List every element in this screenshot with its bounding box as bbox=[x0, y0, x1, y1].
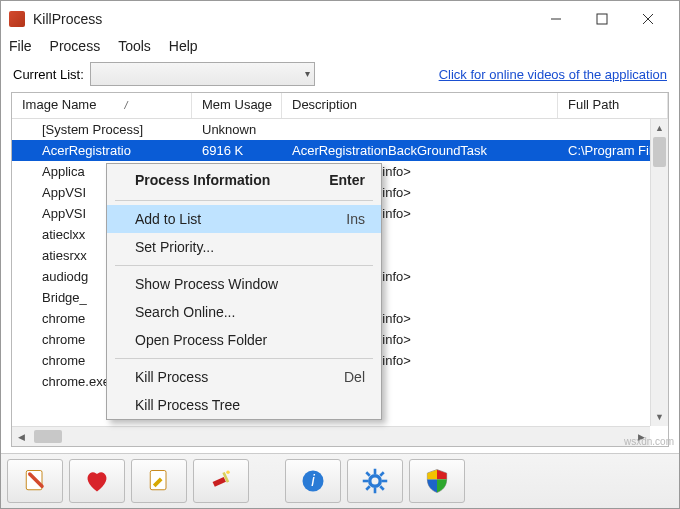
context-menu-item[interactable]: Kill Process Tree bbox=[107, 391, 381, 419]
svg-line-17 bbox=[380, 486, 384, 490]
svg-line-18 bbox=[380, 472, 384, 476]
sort-indicator: / bbox=[124, 99, 127, 111]
tool-kill-button[interactable] bbox=[193, 459, 249, 503]
current-list-label: Current List: bbox=[13, 67, 84, 82]
cell-desc: AcerRegistrationBackGroundTask bbox=[282, 143, 558, 158]
cell-image: AcerRegistratio bbox=[12, 143, 192, 158]
current-list-combo[interactable]: ▾ bbox=[90, 62, 315, 86]
maximize-button[interactable] bbox=[579, 4, 625, 34]
context-menu-item[interactable]: Open Process Folder bbox=[107, 326, 381, 354]
scroll-up-arrow-icon[interactable]: ▲ bbox=[651, 119, 668, 137]
tool-edit-button[interactable] bbox=[131, 459, 187, 503]
col-header-mem[interactable]: Mem Usage bbox=[192, 93, 282, 118]
toolbar: i bbox=[1, 453, 679, 508]
svg-point-11 bbox=[370, 476, 381, 487]
cm-item-label: Set Priority... bbox=[135, 239, 214, 255]
tool-favorite-button[interactable] bbox=[69, 459, 125, 503]
context-menu-item[interactable]: Show Process Window bbox=[107, 270, 381, 298]
svg-rect-1 bbox=[597, 14, 607, 24]
online-videos-link[interactable]: Click for online videos of the applicati… bbox=[439, 67, 667, 82]
close-button[interactable] bbox=[625, 4, 671, 34]
cm-item-label: Show Process Window bbox=[135, 276, 278, 292]
scroll-thumb[interactable] bbox=[653, 137, 666, 167]
menubar: FileProcessToolsHelp bbox=[1, 36, 679, 56]
scroll-down-arrow-icon[interactable]: ▼ bbox=[651, 408, 668, 426]
svg-line-19 bbox=[366, 486, 370, 490]
vertical-scrollbar[interactable]: ▲ ▼ bbox=[650, 119, 668, 426]
tool-note-button[interactable] bbox=[7, 459, 63, 503]
menu-help[interactable]: Help bbox=[169, 38, 198, 54]
scroll-left-arrow-icon[interactable]: ◀ bbox=[12, 432, 30, 442]
svg-text:i: i bbox=[311, 472, 315, 489]
cm-item-shortcut: Ins bbox=[346, 211, 365, 227]
context-menu-item[interactable]: Kill ProcessDel bbox=[107, 363, 381, 391]
context-menu-header[interactable]: Process Information Enter bbox=[107, 164, 381, 196]
context-menu-separator bbox=[115, 358, 373, 359]
cm-item-label: Add to List bbox=[135, 211, 201, 227]
cell-mem: 6916 K bbox=[192, 143, 282, 158]
cm-header-shortcut: Enter bbox=[329, 172, 365, 188]
tool-info-button[interactable]: i bbox=[285, 459, 341, 503]
svg-point-8 bbox=[226, 471, 230, 475]
context-menu-item[interactable]: Search Online... bbox=[107, 298, 381, 326]
table-row[interactable]: [System Process]Unknown bbox=[12, 119, 668, 140]
context-menu-separator bbox=[115, 265, 373, 266]
context-menu-item[interactable]: Add to ListIns bbox=[107, 205, 381, 233]
cm-header-label: Process Information bbox=[135, 172, 270, 188]
context-menu-separator bbox=[115, 200, 373, 201]
col-header-desc[interactable]: Description bbox=[282, 93, 558, 118]
tool-settings-button[interactable] bbox=[347, 459, 403, 503]
cm-item-shortcut: Del bbox=[344, 369, 365, 385]
cm-item-label: Search Online... bbox=[135, 304, 235, 320]
svg-rect-6 bbox=[213, 477, 226, 487]
minimize-button[interactable] bbox=[533, 4, 579, 34]
table-row[interactable]: AcerRegistratio6916 KAcerRegistrationBac… bbox=[12, 140, 668, 161]
current-list-row: Current List: ▾ Click for online videos … bbox=[1, 56, 679, 92]
menu-process[interactable]: Process bbox=[50, 38, 101, 54]
cm-item-label: Kill Process Tree bbox=[135, 397, 240, 413]
tool-shield-button[interactable] bbox=[409, 459, 465, 503]
col-header-image[interactable]: Image Name bbox=[22, 97, 96, 112]
listview-header[interactable]: Image Name/ Mem Usage Description Full P… bbox=[12, 93, 668, 119]
cm-item-label: Kill Process bbox=[135, 369, 208, 385]
app-icon bbox=[9, 11, 25, 27]
cell-mem: Unknown bbox=[192, 122, 282, 137]
cell-image: [System Process] bbox=[12, 122, 192, 137]
window-title: KillProcess bbox=[33, 11, 533, 27]
svg-line-16 bbox=[366, 472, 370, 476]
watermark: wsxdn.com bbox=[624, 436, 674, 447]
window-buttons bbox=[533, 4, 671, 34]
context-menu: Process Information Enter Add to ListIns… bbox=[106, 163, 382, 420]
menu-file[interactable]: File bbox=[9, 38, 32, 54]
menu-tools[interactable]: Tools bbox=[118, 38, 151, 54]
context-menu-item[interactable]: Set Priority... bbox=[107, 233, 381, 261]
chevron-down-icon: ▾ bbox=[305, 68, 310, 79]
col-header-path[interactable]: Full Path bbox=[558, 93, 668, 118]
titlebar: KillProcess bbox=[1, 1, 679, 36]
scroll-thumb[interactable] bbox=[34, 430, 62, 443]
cm-item-label: Open Process Folder bbox=[135, 332, 267, 348]
horizontal-scrollbar[interactable]: ◀ ▶ bbox=[12, 426, 650, 446]
